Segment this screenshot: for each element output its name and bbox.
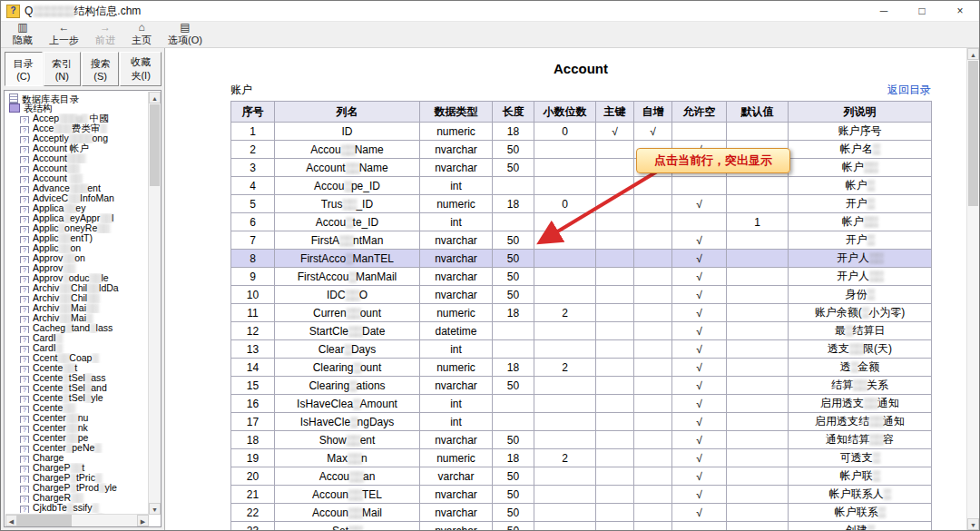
tree-item[interactable]: ?Archiv▒▒Chil▒▒ bbox=[5, 293, 149, 303]
table-cell: 启用透支▒▒通知 bbox=[789, 395, 932, 413]
tree-item[interactable]: ?Applic▒▒entT) bbox=[5, 233, 149, 243]
tree-item-label: Ccenter▒peNe▒ bbox=[33, 443, 101, 453]
tree-item[interactable]: ?Archiv▒▒Mai▒▒ bbox=[5, 303, 149, 313]
close-button[interactable]: × bbox=[941, 1, 979, 21]
tab-index[interactable]: 索引(N) bbox=[44, 52, 82, 86]
table-row[interactable]: 16IsHaveClea▒Amountint√启用透支▒▒通知 bbox=[231, 395, 932, 413]
tree-item[interactable]: ?ChargeR▒▒ bbox=[5, 493, 149, 503]
help-topic-icon: ? bbox=[20, 456, 29, 463]
tree-item[interactable]: ?Ccenter▒▒nk bbox=[5, 423, 149, 433]
tree-item[interactable]: ?Ccenter▒▒pe bbox=[5, 433, 149, 443]
tree-item[interactable]: ?Ccente▒tSel▒ass bbox=[5, 373, 149, 383]
hide-button[interactable]: ▥ 隐藏 bbox=[5, 22, 41, 47]
tree-item[interactable]: ?Ccente▒▒t bbox=[5, 363, 149, 373]
tree-item[interactable]: ?Ccenter▒peNe▒ bbox=[5, 443, 149, 453]
tree-vertical-scrollbar[interactable]: ▲ ▼ bbox=[148, 92, 161, 515]
table-row[interactable]: 12StartCle▒▒Datedatetime√最▒结算日 bbox=[231, 322, 932, 340]
table-row[interactable]: 22Accoun▒▒Mailnvarchar50√帐户联系▒ bbox=[231, 504, 932, 522]
tree-item[interactable]: ?Account ▒▒ bbox=[5, 173, 149, 183]
scroll-right-icon[interactable]: ▶ bbox=[137, 515, 149, 526]
tree-item[interactable]: ?Ccente▒tSel▒and bbox=[5, 383, 149, 393]
tree-item[interactable]: ?CjkdbTe▒ssify▒ bbox=[5, 503, 149, 513]
minimize-button[interactable]: ─ bbox=[865, 1, 903, 21]
tree-item[interactable]: ?Applic▒oneyRe▒▒ bbox=[5, 223, 149, 233]
tree-item[interactable]: ?Cacheg▒tand▒lass bbox=[5, 323, 149, 333]
table-cell bbox=[727, 123, 789, 141]
tree-item[interactable]: ?Applica▒▒ey bbox=[5, 203, 149, 213]
back-button[interactable]: ← 上一步 bbox=[41, 22, 87, 47]
tab-search[interactable]: 搜索(S) bbox=[82, 52, 119, 86]
tree-item[interactable]: ?Charge bbox=[5, 453, 149, 463]
back-to-contents-link[interactable]: 返回目录 bbox=[887, 83, 931, 98]
tree-item[interactable]: ?Approv▒oduc▒▒le bbox=[5, 273, 149, 283]
table-row[interactable]: 15Clearing▒ationsnvarchar50√结算▒▒关系 bbox=[231, 377, 932, 395]
table-row[interactable]: 10IDC▒▒Onvarchar50√身份▒ bbox=[231, 286, 932, 304]
home-button[interactable]: ⌂ 主页 bbox=[123, 22, 160, 47]
tree-item[interactable]: ?ChargeP▒▒t bbox=[5, 463, 149, 473]
table-row[interactable]: 19Max▒▒nnumeric182√可透支▒ bbox=[231, 449, 932, 467]
table-cell: nvarchar bbox=[420, 522, 493, 531]
table-row[interactable]: 4Accou▒pe_IDint帐户▒ bbox=[231, 177, 932, 195]
tab-contents[interactable]: 目录(C) bbox=[5, 52, 43, 86]
tree-item[interactable]: ?Archiv▒▒Chil▒▒ldDa bbox=[5, 283, 149, 293]
table-row[interactable]: 1IDnumeric180√√账户序号 bbox=[231, 123, 932, 141]
table-row[interactable]: 5Trus▒▒_IDnumeric180√开户▒ bbox=[231, 195, 932, 213]
scrollbar-thumb[interactable] bbox=[17, 515, 72, 526]
tree-item[interactable]: ?Acceptly▒▒▒▒ong bbox=[5, 133, 149, 143]
tree-item[interactable]: ?ChargeP▒tPric▒ bbox=[5, 473, 149, 483]
tree-item[interactable]: ?Account 帐户 bbox=[5, 143, 149, 153]
tree-item[interactable]: ?Ccenter▒▒nu bbox=[5, 413, 149, 423]
table-row[interactable]: 23Set▒▒nvarchar50创建▒ bbox=[231, 522, 932, 531]
tree-item[interactable]: ?Approv▒▒on bbox=[5, 253, 149, 263]
tree-item[interactable]: ?Archiv▒▒Mai▒ bbox=[5, 313, 149, 323]
tree-item[interactable]: ?Applic▒▒on bbox=[5, 243, 149, 253]
table-cell: Accou▒te_ID bbox=[275, 213, 420, 231]
table-row[interactable]: 21Accoun▒▒TELnvarchar50√帐户联系人▒ bbox=[231, 486, 932, 504]
scroll-left-icon[interactable]: ◀ bbox=[5, 515, 17, 526]
table-cell bbox=[727, 322, 789, 340]
table-row[interactable]: 13Clear▒Daysint√透支▒▒限(天) bbox=[231, 340, 932, 359]
table-row[interactable]: 18Show▒▒entnvarchar50√通知结算▒▒容 bbox=[231, 431, 932, 449]
options-button[interactable]: ▤ 选项(O) bbox=[160, 22, 211, 47]
tree-item[interactable]: ?Ccent▒▒Coap▒ bbox=[5, 353, 149, 363]
table-row[interactable]: 3Account▒▒Namenvarchar50√帐户▒▒ bbox=[231, 159, 932, 177]
scroll-down-icon[interactable]: ▼ bbox=[149, 503, 161, 515]
table-row[interactable]: 6Accou▒te_IDint1帐户▒▒ bbox=[231, 213, 932, 231]
tree-item[interactable]: ?Ccente▒▒ bbox=[5, 403, 149, 413]
tree-item[interactable]: ?Account▒▒▒ bbox=[5, 153, 149, 163]
tree-item[interactable]: ?Account▒▒ bbox=[5, 163, 149, 173]
scrollbar-track[interactable] bbox=[17, 515, 137, 526]
tree-item[interactable]: ?AdviceC▒▒InfoMan bbox=[5, 193, 149, 203]
table-row[interactable]: 14Clearing▒ountnumeric182√透▒金额 bbox=[231, 359, 932, 377]
table-row[interactable]: 2Accou▒▒Namenvarchar50√帐户名▒ bbox=[231, 141, 932, 159]
tree-item[interactable]: ?CardI▒ bbox=[5, 343, 149, 353]
tree-item[interactable]: ?ChargeP▒tProd▒yle bbox=[5, 483, 149, 493]
tree-horizontal-scrollbar[interactable]: ◀ ▶ bbox=[5, 514, 149, 526]
tree-root-table-structure[interactable]: 表结构 bbox=[5, 103, 149, 113]
tree-item[interactable]: ?Advance▒▒▒ent bbox=[5, 183, 149, 193]
tree-item[interactable]: ?Ccente▒tSel▒yle bbox=[5, 393, 149, 403]
tab-favorites[interactable]: 收藏夹(I) bbox=[120, 52, 162, 86]
forward-button[interactable]: → 前进 bbox=[87, 22, 123, 47]
scroll-up-icon[interactable]: ▲ bbox=[967, 48, 979, 60]
table-row[interactable]: 17IsHaveCle▒ngDaysint√启用透支结▒▒通知 bbox=[231, 413, 932, 431]
table-row[interactable]: 9FirstAccou▒ManMailnvarchar50√开户人▒▒ bbox=[231, 268, 932, 286]
table-row[interactable]: 8FirstAcco▒ManTELnvarchar50√开户人▒▒ bbox=[231, 250, 932, 268]
content-vertical-scrollbar[interactable]: ▲ ▼ bbox=[966, 48, 979, 530]
scroll-up-icon[interactable]: ▲ bbox=[149, 92, 161, 103]
tree-item[interactable]: ?Approv▒▒ bbox=[5, 263, 149, 273]
table-row[interactable]: 20Accou▒▒anvarchar50√帐户联▒ bbox=[231, 467, 932, 486]
tree-item[interactable]: ?CardI▒ bbox=[5, 333, 149, 343]
table-cell: 14 bbox=[231, 359, 275, 377]
scrollbar-thumb[interactable] bbox=[968, 61, 978, 206]
tree-item[interactable]: ?Acce▒▒▒费类审▒ bbox=[5, 123, 149, 133]
tree-root-database-directory[interactable]: 数据库表目录 bbox=[5, 93, 149, 103]
tree-item[interactable]: ?Accep▒▒▒g▒ 中國 bbox=[5, 113, 149, 123]
column-header: 允许空 bbox=[672, 102, 727, 123]
table-row[interactable]: 11Curren▒▒ountnumeric182√账户余额(▒小为零) bbox=[231, 304, 932, 322]
scroll-down-icon[interactable]: ▼ bbox=[967, 518, 979, 530]
scrollbar-thumb[interactable] bbox=[150, 104, 160, 186]
tree-item[interactable]: ?Applica▒eyAppr▒▒l bbox=[5, 213, 149, 223]
maximize-button[interactable]: □ bbox=[903, 1, 941, 21]
table-row[interactable]: 7FirstA▒▒ntMannvarchar50√开户▒ bbox=[231, 231, 932, 250]
